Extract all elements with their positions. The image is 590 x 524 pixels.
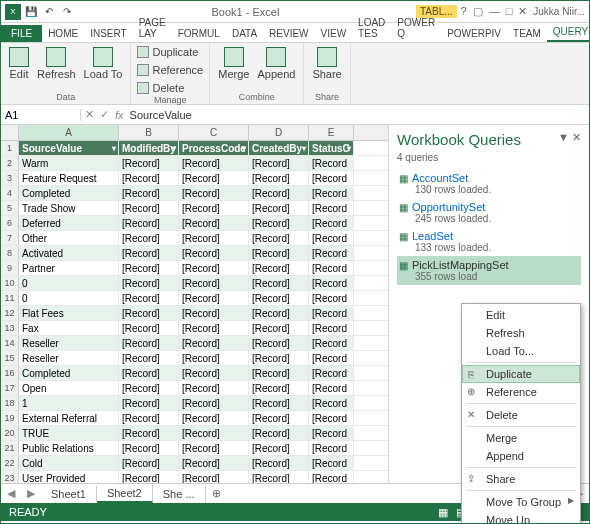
row-header[interactable]: 6 — [1, 216, 19, 230]
menu-edit[interactable]: Edit — [462, 306, 580, 324]
cell[interactable]: [Record] — [249, 201, 309, 215]
fx-icon[interactable]: fx — [115, 109, 124, 121]
minimize-icon[interactable]: — — [489, 5, 500, 18]
cell[interactable]: [Record] — [249, 456, 309, 470]
row-header[interactable]: 21 — [1, 441, 19, 455]
pane-close-icon[interactable]: ▼ ✕ — [558, 131, 581, 144]
edit-button[interactable]: Edit — [7, 45, 31, 82]
sheet-tab-2[interactable]: Sheet2 — [97, 485, 153, 503]
cell[interactable]: [Record] — [119, 186, 179, 200]
cell[interactable]: [Record] — [179, 366, 249, 380]
cell[interactable]: [Record] — [119, 231, 179, 245]
table-header-cell[interactable]: StatusC — [309, 141, 354, 155]
cell[interactable]: [Record — [309, 231, 354, 245]
tab-formulas[interactable]: FORMUL — [172, 25, 226, 42]
cell[interactable]: [Record] — [119, 171, 179, 185]
cell[interactable]: [Record] — [249, 381, 309, 395]
formula-input[interactable]: SourceValue — [130, 109, 192, 121]
cell[interactable]: [Record] — [119, 411, 179, 425]
cell[interactable]: [Record — [309, 366, 354, 380]
sheet-tab-1[interactable]: Sheet1 — [41, 486, 97, 502]
tab-team[interactable]: TEAM — [507, 25, 547, 42]
cell[interactable]: [Record] — [119, 246, 179, 260]
maximize-icon[interactable]: □ — [506, 5, 513, 18]
row-header[interactable]: 8 — [1, 246, 19, 260]
col-header-a[interactable]: A — [19, 125, 119, 140]
row-header[interactable]: 5 — [1, 201, 19, 215]
row-header[interactable]: 9 — [1, 261, 19, 275]
row-header[interactable]: 14 — [1, 336, 19, 350]
col-header-e[interactable]: E — [309, 125, 354, 140]
cell[interactable]: Feature Request — [19, 171, 119, 185]
cell[interactable]: [Record] — [119, 306, 179, 320]
cell[interactable]: Partner — [19, 261, 119, 275]
cell[interactable]: [Record] — [119, 276, 179, 290]
ribbon-options-icon[interactable]: ▢ — [473, 5, 483, 18]
tab-data[interactable]: DATA — [226, 25, 263, 42]
query-item[interactable]: PickListMappingSet355 rows load — [397, 256, 581, 285]
cell[interactable]: [Record] — [249, 396, 309, 410]
tab-home[interactable]: HOME — [42, 25, 84, 42]
tab-insert[interactable]: INSERT — [84, 25, 133, 42]
cell[interactable]: Public Relations — [19, 441, 119, 455]
cancel-formula-icon[interactable]: ✕ — [85, 108, 94, 121]
cell[interactable]: [Record] — [179, 246, 249, 260]
row-header[interactable]: 18 — [1, 396, 19, 410]
cell[interactable]: [Record] — [249, 216, 309, 230]
row-header[interactable]: 11 — [1, 291, 19, 305]
add-sheet-icon[interactable]: ⊕ — [206, 487, 227, 500]
cell[interactable]: [Record] — [119, 291, 179, 305]
cell[interactable]: [Record — [309, 471, 354, 483]
refresh-button[interactable]: Refresh — [35, 45, 78, 82]
row-header[interactable]: 10 — [1, 276, 19, 290]
cell[interactable]: [Record — [309, 351, 354, 365]
cell[interactable]: [Record] — [119, 201, 179, 215]
cell[interactable]: [Record] — [179, 231, 249, 245]
cell[interactable]: [Record — [309, 261, 354, 275]
tab-review[interactable]: REVIEW — [263, 25, 314, 42]
cell[interactable]: Deferred — [19, 216, 119, 230]
menu-loadto[interactable]: Load To... — [462, 342, 580, 360]
loadto-button[interactable]: Load To — [82, 45, 125, 82]
redo-icon[interactable]: ↷ — [59, 4, 75, 20]
view-normal-icon[interactable]: ▦ — [438, 506, 448, 519]
cell[interactable]: Reseller — [19, 351, 119, 365]
enter-formula-icon[interactable]: ✓ — [100, 108, 109, 121]
cell[interactable]: [Record] — [179, 336, 249, 350]
tab-query[interactable]: QUERY — [547, 23, 590, 42]
cell[interactable]: 0 — [19, 291, 119, 305]
menu-delete[interactable]: ✕Delete — [462, 406, 580, 424]
help-icon[interactable]: ? — [461, 5, 467, 18]
menu-share[interactable]: ⇪Share — [462, 470, 580, 488]
select-all-corner[interactable] — [1, 125, 19, 140]
row-header[interactable]: 13 — [1, 321, 19, 335]
cell[interactable]: Completed — [19, 186, 119, 200]
cell[interactable]: [Record] — [119, 426, 179, 440]
cell[interactable]: [Record] — [249, 471, 309, 483]
cell[interactable]: [Record] — [249, 351, 309, 365]
cell[interactable]: [Record — [309, 381, 354, 395]
table-header-cell[interactable]: ProcessCode — [179, 141, 249, 155]
cell[interactable]: Completed — [19, 366, 119, 380]
cell[interactable]: [Record — [309, 246, 354, 260]
cell[interactable]: [Record — [309, 306, 354, 320]
row-header[interactable]: 20 — [1, 426, 19, 440]
cell[interactable]: [Record] — [119, 156, 179, 170]
cell[interactable]: [Record] — [179, 171, 249, 185]
col-header-b[interactable]: B — [119, 125, 179, 140]
save-icon[interactable]: 💾 — [23, 4, 39, 20]
cell[interactable]: [Record — [309, 156, 354, 170]
cell[interactable]: Open — [19, 381, 119, 395]
row-header[interactable]: 17 — [1, 381, 19, 395]
cell[interactable]: [Record — [309, 276, 354, 290]
cell[interactable]: [Record — [309, 201, 354, 215]
menu-refresh[interactable]: Refresh — [462, 324, 580, 342]
menu-reference[interactable]: ⊕Reference — [462, 383, 580, 401]
row-header[interactable]: 16 — [1, 366, 19, 380]
tab-loadtest[interactable]: LOAD TES — [352, 14, 391, 42]
cell[interactable]: User Provided — [19, 471, 119, 483]
cell[interactable]: [Record — [309, 426, 354, 440]
cell[interactable]: [Record] — [179, 441, 249, 455]
menu-append[interactable]: Append — [462, 447, 580, 465]
row-header[interactable]: 22 — [1, 456, 19, 470]
